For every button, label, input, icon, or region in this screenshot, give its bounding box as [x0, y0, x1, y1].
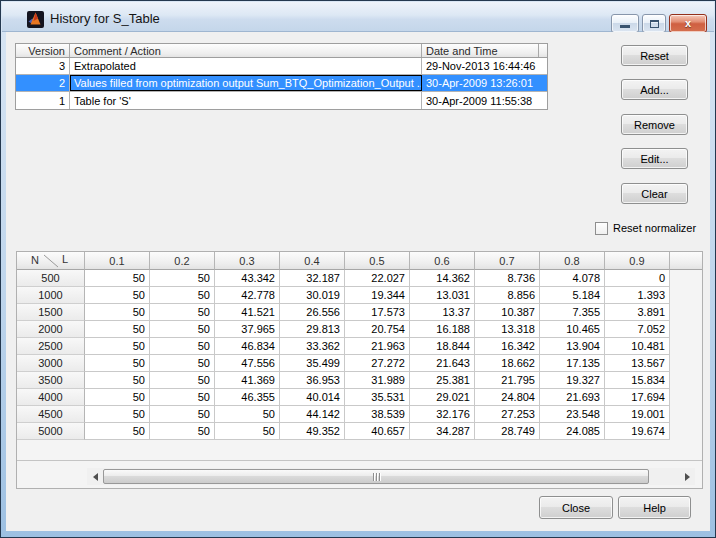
- table-cell[interactable]: 50: [150, 338, 215, 355]
- edit-button[interactable]: Edit...: [621, 148, 688, 169]
- table-cell[interactable]: 50: [150, 287, 215, 304]
- table-cell[interactable]: 18.844: [410, 338, 475, 355]
- column-header[interactable]: 0.5: [345, 252, 410, 270]
- table-cell[interactable]: 19.001: [605, 406, 670, 423]
- table-cell[interactable]: 18.662: [475, 355, 540, 372]
- table-row[interactable]: 2000 505037.96529.81320.75416.18813.3181…: [17, 321, 702, 338]
- clear-button[interactable]: Clear: [621, 183, 688, 204]
- table-cell[interactable]: 0: [605, 270, 670, 287]
- scroll-right-button[interactable]: [679, 468, 695, 485]
- table-cell[interactable]: 10.465: [540, 321, 605, 338]
- add-button[interactable]: Add...: [621, 79, 688, 100]
- table-cell[interactable]: 29.021: [410, 389, 475, 406]
- table-cell[interactable]: 17.573: [345, 304, 410, 321]
- table-cell[interactable]: 50: [85, 287, 150, 304]
- table-cell[interactable]: 5.184: [540, 287, 605, 304]
- table-cell[interactable]: 50: [85, 389, 150, 406]
- table-cell[interactable]: 22.027: [345, 270, 410, 287]
- scrollbar-thumb[interactable]: [103, 469, 649, 484]
- table-cell[interactable]: 10.387: [475, 304, 540, 321]
- table-row[interactable]: 4500 50505044.14238.53932.17627.25323.54…: [17, 406, 702, 423]
- table-cell[interactable]: 20.754: [345, 321, 410, 338]
- table-cell[interactable]: 50: [85, 372, 150, 389]
- table-row[interactable]: 4000 505046.35540.01435.53129.02124.8042…: [17, 389, 702, 406]
- table-cell[interactable]: 32.187: [280, 270, 345, 287]
- table-cell[interactable]: 19.674: [605, 423, 670, 440]
- table-cell[interactable]: 50: [85, 355, 150, 372]
- column-header[interactable]: 0.9: [605, 252, 670, 270]
- table-cell[interactable]: 40.657: [345, 423, 410, 440]
- table-cell[interactable]: 14.362: [410, 270, 475, 287]
- table-cell[interactable]: 50: [150, 406, 215, 423]
- table-cell[interactable]: 32.176: [410, 406, 475, 423]
- table-cell[interactable]: 27.253: [475, 406, 540, 423]
- scroll-left-button[interactable]: [87, 468, 103, 485]
- table-cell[interactable]: 25.381: [410, 372, 475, 389]
- table-cell[interactable]: 31.989: [345, 372, 410, 389]
- table-row[interactable]: 500 505043.34232.18722.02714.3628.7364.0…: [17, 270, 702, 287]
- table-cell[interactable]: 10.481: [605, 338, 670, 355]
- table-cell[interactable]: 50: [150, 389, 215, 406]
- table-cell[interactable]: 17.694: [605, 389, 670, 406]
- table-cell[interactable]: 47.556: [215, 355, 280, 372]
- table-cell[interactable]: 35.531: [345, 389, 410, 406]
- table-cell[interactable]: 29.813: [280, 321, 345, 338]
- title-bar[interactable]: History for S_Table x: [2, 2, 714, 32]
- table-cell[interactable]: 43.342: [215, 270, 280, 287]
- table-cell[interactable]: 49.352: [280, 423, 345, 440]
- column-header[interactable]: 0.8: [540, 252, 605, 270]
- table-cell[interactable]: 16.188: [410, 321, 475, 338]
- table-cell[interactable]: 17.135: [540, 355, 605, 372]
- table-cell[interactable]: 41.521: [215, 304, 280, 321]
- table-cell[interactable]: 13.318: [475, 321, 540, 338]
- table-cell[interactable]: 50: [150, 355, 215, 372]
- column-header[interactable]: 0.3: [215, 252, 280, 270]
- table-cell[interactable]: 24.804: [475, 389, 540, 406]
- table-cell[interactable]: 3.891: [605, 304, 670, 321]
- table-cell[interactable]: 35.499: [280, 355, 345, 372]
- table-cell[interactable]: 46.355: [215, 389, 280, 406]
- history-col-date[interactable]: Date and Time: [422, 44, 539, 57]
- column-header[interactable]: 0.2: [150, 252, 215, 270]
- minimize-button[interactable]: [611, 14, 639, 33]
- table-cell[interactable]: 50: [85, 338, 150, 355]
- table-cell[interactable]: 24.085: [540, 423, 605, 440]
- maximize-button[interactable]: [642, 14, 666, 33]
- history-col-version[interactable]: Version: [16, 44, 70, 57]
- table-cell[interactable]: 23.548: [540, 406, 605, 423]
- table-cell[interactable]: 4.078: [540, 270, 605, 287]
- remove-button[interactable]: Remove: [621, 114, 688, 135]
- column-header[interactable]: 0.7: [475, 252, 540, 270]
- table-cell[interactable]: 30.019: [280, 287, 345, 304]
- table-cell[interactable]: 44.142: [280, 406, 345, 423]
- table-cell[interactable]: 50: [85, 270, 150, 287]
- horizontal-scrollbar[interactable]: [87, 468, 695, 485]
- table-cell[interactable]: 50: [150, 423, 215, 440]
- table-cell[interactable]: 13.904: [540, 338, 605, 355]
- table-cell[interactable]: 50: [150, 270, 215, 287]
- table-cell[interactable]: 15.834: [605, 372, 670, 389]
- table-cell[interactable]: 50: [85, 321, 150, 338]
- table-cell[interactable]: 13.37: [410, 304, 475, 321]
- table-cell[interactable]: 28.749: [475, 423, 540, 440]
- table-cell[interactable]: 13.031: [410, 287, 475, 304]
- table-cell[interactable]: 50: [150, 321, 215, 338]
- reset-normalizer-checkbox[interactable]: [595, 222, 608, 235]
- history-col-comment[interactable]: Comment / Action: [70, 44, 422, 57]
- history-row[interactable]: 3 Extrapolated 29-Nov-2013 16:44:46: [16, 58, 547, 75]
- close-window-button[interactable]: x: [669, 14, 707, 33]
- history-row[interactable]: 1 Table for 'S' 30-Apr-2009 11:55:38: [16, 92, 547, 109]
- close-button[interactable]: Close: [539, 496, 613, 519]
- table-cell[interactable]: 50: [215, 423, 280, 440]
- table-cell[interactable]: 50: [85, 406, 150, 423]
- table-row[interactable]: 3000 505047.55635.49927.27221.64318.6621…: [17, 355, 702, 372]
- table-cell[interactable]: 50: [150, 304, 215, 321]
- table-cell[interactable]: 27.272: [345, 355, 410, 372]
- table-cell[interactable]: 36.953: [280, 372, 345, 389]
- table-row[interactable]: 1500 505041.52126.55617.57313.3710.3877.…: [17, 304, 702, 321]
- table-cell[interactable]: 19.344: [345, 287, 410, 304]
- table-row[interactable]: 1000 505042.77830.01919.34413.0318.8565.…: [17, 287, 702, 304]
- column-header[interactable]: 0.1: [85, 252, 150, 270]
- column-header[interactable]: 0.6: [410, 252, 475, 270]
- table-cell[interactable]: 50: [85, 304, 150, 321]
